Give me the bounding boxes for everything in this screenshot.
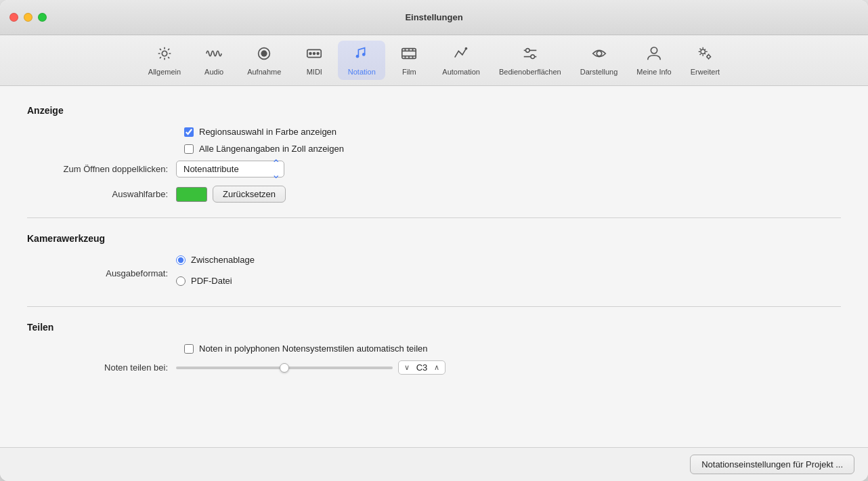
pdf-label: PDF-Datei	[191, 276, 232, 286]
teilen-label: Noten in polyphonen Notensystemstilen au…	[199, 343, 427, 354]
svg-point-4	[309, 53, 311, 55]
section-teilen: Teilen Noten in polyphonen Notensystemst…	[27, 322, 841, 375]
slider-decrement-button[interactable]: ∨	[403, 363, 411, 372]
close-button[interactable]	[9, 13, 18, 22]
automation-icon	[452, 45, 470, 65]
svg-point-21	[525, 49, 529, 53]
noten-teilen-label: Noten teilen bei:	[27, 362, 176, 373]
record-icon	[255, 45, 273, 65]
tab-erweitert-label: Erweitert	[691, 68, 720, 76]
doppelklick-select-wrapper: Notenattribute Score Editor ⌃⌄	[176, 161, 284, 177]
tab-aufnahme[interactable]: Aufnahme	[238, 41, 290, 80]
tab-allgemein-label: Allgemein	[148, 68, 181, 76]
tab-audio-label: Audio	[204, 68, 223, 76]
doppelklick-row: Zum Öffnen doppelklicken: Notenattribute…	[27, 161, 841, 177]
main-window: Einstellungen Allgemein Audio	[0, 0, 868, 481]
svg-point-18	[465, 47, 468, 50]
film-icon	[400, 45, 418, 65]
doppelklick-select[interactable]: Notenattribute Score Editor	[176, 161, 284, 177]
eye-icon	[590, 45, 608, 65]
section-kamerawerkzeug: Kamerawerkzeug Ausgabeformat: Zwischenab…	[27, 233, 841, 291]
radio-row-zwischenablage: Zwischenablage	[176, 255, 255, 265]
svg-point-23	[596, 51, 601, 56]
slider-value-control: ∨ C3 ∧	[398, 360, 446, 375]
tab-notation[interactable]: Notation	[338, 41, 385, 80]
laengenangaben-checkbox[interactable]	[184, 144, 194, 154]
checkbox-row-regionsauswahl: Regionsauswahl in Farbe anzeigen	[184, 127, 841, 137]
section-anzeige: Anzeige Regionsauswahl in Farbe anzeigen…	[27, 105, 841, 203]
reset-button[interactable]: Zurücksetzen	[213, 186, 286, 203]
anzeige-title: Anzeige	[27, 105, 841, 116]
tab-aufnahme-label: Aufnahme	[247, 68, 281, 76]
zwischenablage-radio[interactable]	[176, 255, 186, 265]
tab-meine-info-label: Meine Info	[636, 68, 671, 76]
divider-1	[27, 217, 841, 218]
svg-point-24	[651, 47, 657, 54]
ausgabeformat-row: Ausgabeformat: Zwischenablage PDF-Datei	[27, 255, 841, 291]
checkbox-row-teilen: Noten in polyphonen Notensystemstilen au…	[184, 343, 841, 354]
regionsauswahl-label: Regionsauswahl in Farbe anzeigen	[199, 127, 337, 137]
tab-meine-info[interactable]: Meine Info	[627, 41, 680, 80]
slider-increment-button[interactable]: ∧	[433, 363, 441, 372]
midi-icon	[305, 45, 323, 65]
gear-icon	[156, 45, 173, 65]
window-title: Einstellungen	[405, 12, 462, 22]
window-controls	[9, 13, 47, 22]
svg-point-22	[531, 55, 535, 59]
slider-thumb	[280, 363, 289, 373]
tab-bedienoberflaechen-label: Bedienoberflächen	[499, 68, 561, 76]
tab-bedienoberflaechen[interactable]: Bedienoberflächen	[490, 41, 571, 80]
waveform-icon	[205, 45, 223, 65]
minimize-button[interactable]	[24, 13, 32, 22]
advanced-gear-icon	[696, 45, 714, 65]
sliders-icon	[521, 45, 539, 65]
maximize-button[interactable]	[38, 13, 47, 22]
noten-teilen-row: Noten teilen bei: ∨ C3 ∧	[27, 360, 841, 375]
svg-point-5	[313, 53, 316, 55]
slider-container: ∨ C3 ∧	[176, 360, 446, 375]
content-area: Anzeige Regionsauswahl in Farbe anzeigen…	[0, 86, 868, 447]
svg-point-0	[162, 51, 167, 56]
person-icon	[645, 45, 663, 65]
regionsauswahl-checkbox[interactable]	[184, 127, 194, 137]
auswahlfarbe-label: Auswahlfarbe:	[27, 189, 176, 199]
notation-icon	[353, 45, 370, 65]
tab-audio[interactable]: Audio	[190, 41, 238, 80]
teilen-checkbox[interactable]	[184, 344, 194, 354]
doppelklick-label: Zum Öffnen doppelklicken:	[27, 164, 176, 174]
svg-point-6	[317, 53, 319, 55]
radio-row-pdf: PDF-Datei	[176, 276, 255, 286]
tab-allgemein[interactable]: Allgemein	[139, 41, 190, 80]
tab-film[interactable]: Film	[385, 41, 433, 80]
noten-teilen-slider[interactable]	[176, 367, 393, 369]
tab-automation-label: Automation	[442, 68, 480, 76]
svg-point-2	[261, 50, 267, 56]
kamerawerkzeug-title: Kamerawerkzeug	[27, 233, 841, 244]
teilen-title: Teilen	[27, 322, 841, 333]
color-swatch[interactable]	[176, 187, 207, 202]
zwischenablage-label: Zwischenablage	[191, 255, 255, 265]
auswahlfarbe-row: Auswahlfarbe: Zurücksetzen	[27, 186, 841, 203]
tab-midi[interactable]: MIDI	[290, 41, 338, 80]
bottom-bar: Notationseinstellungen für Projekt ...	[0, 447, 868, 481]
checkbox-row-laengenangaben: Alle Längenangaben in Zoll anzeigen	[184, 144, 841, 154]
project-settings-button[interactable]: Notationseinstellungen für Projekt ...	[690, 455, 854, 474]
tab-darstellung[interactable]: Darstellung	[571, 41, 628, 80]
tab-automation[interactable]: Automation	[433, 41, 490, 80]
tab-darstellung-label: Darstellung	[580, 68, 618, 76]
tab-erweitert[interactable]: Erweitert	[681, 41, 729, 80]
svg-point-7	[356, 55, 360, 58]
tab-film-label: Film	[402, 68, 416, 76]
tab-notation-label: Notation	[348, 68, 376, 76]
laengenangaben-label: Alle Längenangaben in Zoll anzeigen	[199, 144, 344, 154]
ausgabeformat-label: Ausgabeformat:	[27, 268, 176, 278]
title-bar: Einstellungen	[0, 0, 868, 35]
tab-midi-label: MIDI	[307, 68, 322, 76]
toolbar: Allgemein Audio Aufnahme	[0, 35, 868, 86]
slider-value-display: C3	[414, 362, 430, 373]
svg-point-8	[362, 53, 366, 56]
divider-2	[27, 306, 841, 307]
pdf-radio[interactable]	[176, 276, 186, 286]
